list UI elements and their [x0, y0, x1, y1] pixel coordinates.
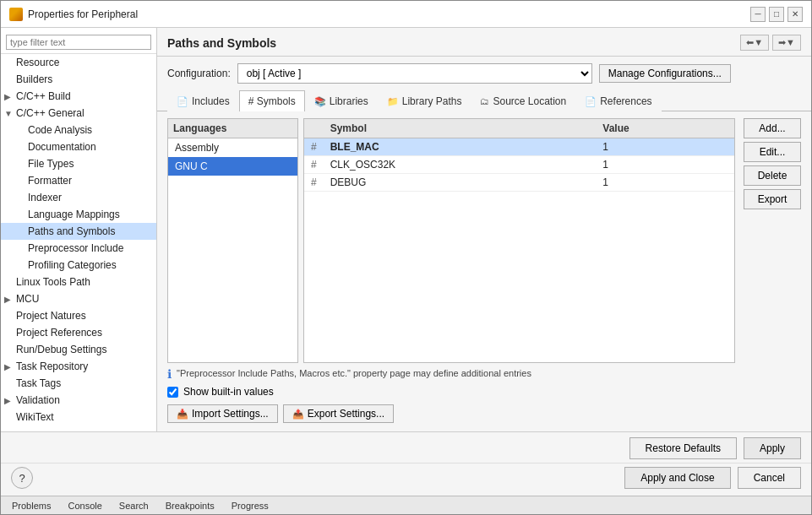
export-icon: 📤 — [292, 409, 304, 420]
info-row: ℹ "Preprocessor Include Paths, Macros et… — [167, 363, 801, 384]
sidebar-item[interactable]: Documentation — [1, 138, 156, 155]
title-bar-left: Properties for Peripheral — [9, 8, 138, 21]
tree-item-label: Documentation — [28, 141, 96, 153]
tab--symbols[interactable]: # Symbols — [239, 90, 305, 111]
tree-item-label: Code Analysis — [28, 124, 92, 136]
tree-item-label: Validation — [16, 394, 60, 406]
languages-list: AssemblyGNU C — [168, 138, 297, 176]
sidebar-item[interactable]: Language Mappings — [1, 206, 156, 223]
tab-icon: 📄 — [177, 96, 188, 107]
dialog-title: Properties for Peripheral — [28, 8, 138, 20]
edit-button[interactable]: Edit... — [744, 142, 801, 162]
table-row[interactable]: #DEBUG1 — [304, 174, 734, 192]
sidebar-item[interactable]: Run/Debug Settings — [1, 341, 156, 358]
help-button[interactable]: ? — [11, 467, 33, 489]
language-item[interactable]: Assembly — [168, 138, 297, 157]
main-content: Paths and Symbols ⬅▼ ➡▼ Configuration: o… — [157, 28, 811, 431]
import-settings-button[interactable]: 📥 Import Settings... — [167, 404, 278, 423]
tab-label: Libraries — [330, 95, 368, 107]
table-row[interactable]: #CLK_OSC32K1 — [304, 156, 734, 174]
filter-box — [1, 31, 156, 54]
tree-item-label: Project References — [16, 327, 102, 339]
close-button[interactable]: ✕ — [787, 7, 803, 22]
title-bar: Properties for Peripheral ─ □ ✕ — [1, 1, 811, 28]
taskbar: ProblemsConsoleSearchBreakpointsProgress — [1, 496, 811, 514]
content-area: Languages AssemblyGNU C Symbol — [157, 111, 811, 431]
taskbar-item-console[interactable]: Console — [60, 498, 109, 513]
forward-button[interactable]: ➡▼ — [772, 35, 801, 51]
filter-input[interactable] — [6, 35, 151, 50]
taskbar-item-problems[interactable]: Problems — [4, 498, 58, 513]
sidebar-item[interactable]: File Types — [1, 155, 156, 172]
main-header: Paths and Symbols ⬅▼ ➡▼ — [157, 28, 811, 57]
taskbar-item-breakpoints[interactable]: Breakpoints — [158, 498, 222, 513]
sidebar-item[interactable]: Preprocessor Include — [1, 240, 156, 257]
restore-defaults-button[interactable]: Restore Defaults — [629, 437, 737, 459]
sidebar-item[interactable]: ▶Validation — [1, 392, 156, 409]
sidebar-item[interactable]: Formatter — [1, 172, 156, 189]
tab-label: # Symbols — [248, 95, 296, 107]
minimize-button[interactable]: ─ — [750, 7, 766, 22]
sidebar-item[interactable]: Profiling Categories — [1, 257, 156, 274]
tab-library-paths[interactable]: 📁Library Paths — [378, 90, 471, 111]
delete-button[interactable]: Delete — [744, 165, 801, 186]
configuration-select[interactable]: obj [ Active ] — [237, 63, 592, 84]
symbol-value: 1 — [596, 138, 734, 156]
page-title: Paths and Symbols — [167, 36, 276, 50]
symbol-value: 1 — [596, 174, 734, 192]
symbol-name: BLE_MAC — [324, 138, 597, 156]
symbol-hash: # — [304, 138, 324, 156]
sidebar-item[interactable]: Task Tags — [1, 375, 156, 392]
export-button[interactable]: Export — [744, 189, 801, 209]
taskbar-item-search[interactable]: Search — [112, 498, 156, 513]
import-icon: 📥 — [177, 409, 188, 420]
add-button[interactable]: Add... — [744, 118, 801, 138]
maximize-button[interactable]: □ — [769, 7, 784, 22]
tab-references[interactable]: 📄References — [575, 90, 661, 111]
tab-source-location[interactable]: 🗂Source Location — [471, 90, 575, 111]
sidebar-item[interactable]: Indexer — [1, 189, 156, 206]
tab-label: Source Location — [493, 95, 566, 107]
language-item[interactable]: GNU C — [168, 157, 297, 176]
symbols-panel: Symbol Value #BLE_MAC1#CLK_OSC32K1#DEBUG… — [303, 118, 735, 363]
col-hash — [304, 119, 324, 138]
tab-includes[interactable]: 📄Includes — [167, 90, 239, 111]
tabs-bar: 📄Includes# Symbols📚Libraries📁Library Pat… — [157, 90, 811, 111]
sidebar: ResourceBuilders▶C/C++ Build▼C/C++ Gener… — [1, 28, 157, 431]
back-button[interactable]: ⬅▼ — [740, 35, 769, 51]
sidebar-item[interactable]: Builders — [1, 71, 156, 88]
apply-button[interactable]: Apply — [744, 437, 801, 459]
apply-and-close-button[interactable]: Apply and Close — [624, 467, 730, 489]
languages-panel: Languages AssemblyGNU C — [167, 118, 298, 363]
table-row[interactable]: #BLE_MAC1 — [304, 138, 734, 156]
properties-dialog: Properties for Peripheral ─ □ ✕ Resource… — [0, 0, 812, 515]
symbol-hash: # — [304, 174, 324, 192]
tree-item-label: C/C++ General — [16, 107, 84, 119]
sidebar-item[interactable]: Resource — [1, 54, 156, 71]
symbols-data-table: Symbol Value #BLE_MAC1#CLK_OSC32K1#DEBUG… — [304, 119, 734, 192]
sidebar-item[interactable]: Project References — [1, 324, 156, 341]
show-builtin-label[interactable]: Show built-in values — [183, 386, 274, 398]
tree-item-label: Formatter — [28, 175, 72, 187]
export-settings-button[interactable]: 📤 Export Settings... — [283, 404, 394, 423]
tree-item-label: File Types — [28, 158, 74, 170]
sidebar-item[interactable]: Project Natures — [1, 307, 156, 324]
tab-label: Library Paths — [402, 95, 462, 107]
sidebar-item[interactable]: ▶C/C++ Build — [1, 88, 156, 105]
sidebar-item[interactable]: ▶Task Repository — [1, 358, 156, 375]
tree-item-label: C/C++ Build — [16, 90, 71, 102]
configuration-row: Configuration: obj [ Active ] Manage Con… — [157, 57, 811, 90]
sidebar-item[interactable]: ▼C/C++ General — [1, 105, 156, 122]
sidebar-item[interactable]: Paths and Symbols — [1, 223, 156, 240]
show-builtin-checkbox[interactable] — [167, 387, 178, 398]
sidebar-item[interactable]: WikiText — [1, 409, 156, 426]
manage-configurations-button[interactable]: Manage Configurations... — [599, 64, 731, 83]
sidebar-item[interactable]: Code Analysis — [1, 122, 156, 138]
sidebar-item[interactable]: Linux Tools Path — [1, 274, 156, 290]
tree-expander-icon: ▶ — [4, 92, 16, 101]
sidebar-item[interactable]: ▶MCU — [1, 290, 156, 307]
tab-libraries[interactable]: 📚Libraries — [305, 90, 378, 111]
taskbar-item-progress[interactable]: Progress — [224, 498, 276, 513]
tree-item-label: MCU — [16, 293, 39, 305]
cancel-button[interactable]: Cancel — [738, 467, 801, 489]
